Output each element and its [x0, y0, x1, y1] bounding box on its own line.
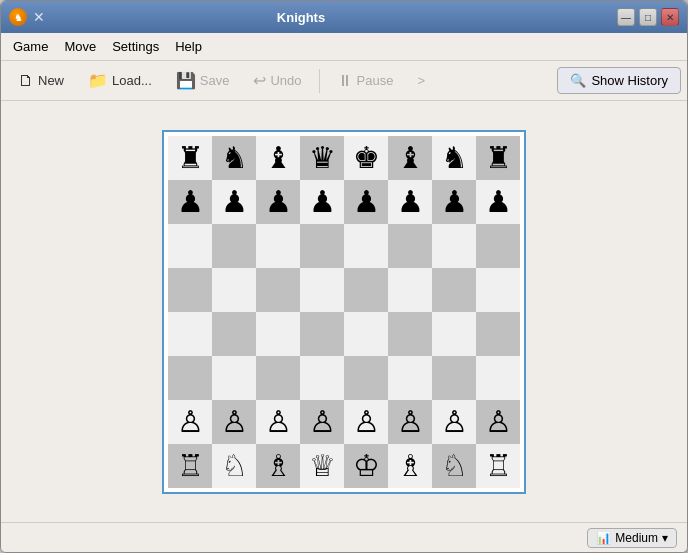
difficulty-selector[interactable]: 📊 Medium ▾: [587, 528, 677, 548]
board-cell[interactable]: [388, 224, 432, 268]
forward-icon: >: [417, 73, 425, 88]
board-cell[interactable]: [212, 224, 256, 268]
board-cell[interactable]: ♙: [256, 400, 300, 444]
board-cell[interactable]: ♜: [476, 136, 520, 180]
menu-help[interactable]: Help: [167, 36, 210, 57]
board-cell[interactable]: ♖: [168, 444, 212, 488]
board-cell[interactable]: ♙: [388, 400, 432, 444]
load-label: Load...: [112, 73, 152, 88]
save-button[interactable]: 💾 Save: [165, 66, 241, 95]
board-cell[interactable]: ♛: [300, 136, 344, 180]
main-window: ♞ ✕ Knights — □ ✕ Game Move Settings Hel…: [0, 0, 688, 553]
board-cell[interactable]: [388, 268, 432, 312]
board-cell[interactable]: [168, 268, 212, 312]
board-cell[interactable]: [256, 268, 300, 312]
show-history-label: Show History: [591, 73, 668, 88]
menu-game[interactable]: Game: [5, 36, 56, 57]
board-cell[interactable]: [476, 356, 520, 400]
board-cell[interactable]: ♙: [212, 400, 256, 444]
board-cell[interactable]: ♟: [212, 180, 256, 224]
statusbar: 📊 Medium ▾: [1, 522, 687, 552]
board-cell[interactable]: [432, 312, 476, 356]
board-cell[interactable]: [388, 312, 432, 356]
board-cell[interactable]: ♘: [432, 444, 476, 488]
board-cell[interactable]: ♙: [344, 400, 388, 444]
undo-icon: ↩: [253, 71, 266, 90]
new-icon: 🗋: [18, 72, 34, 90]
board-cell[interactable]: ♗: [388, 444, 432, 488]
load-icon: 📁: [88, 71, 108, 90]
board-cell[interactable]: [388, 356, 432, 400]
close-button[interactable]: ✕: [661, 8, 679, 26]
save-label: Save: [200, 73, 230, 88]
board-cell[interactable]: ♞: [212, 136, 256, 180]
board-cell[interactable]: [256, 312, 300, 356]
difficulty-icon: 📊: [596, 531, 611, 545]
menubar: Game Move Settings Help: [1, 33, 687, 61]
board-cell[interactable]: ♞: [432, 136, 476, 180]
board-cell[interactable]: [300, 268, 344, 312]
board-cell[interactable]: ♙: [300, 400, 344, 444]
board-cell[interactable]: ♔: [344, 444, 388, 488]
new-label: New: [38, 73, 64, 88]
board-cell[interactable]: [168, 356, 212, 400]
menu-settings[interactable]: Settings: [104, 36, 167, 57]
minimize-button[interactable]: —: [617, 8, 635, 26]
board-cell[interactable]: [344, 312, 388, 356]
board-cell[interactable]: ♟: [344, 180, 388, 224]
board-cell[interactable]: ♟: [300, 180, 344, 224]
pause-label: Pause: [357, 73, 394, 88]
board-cell[interactable]: ♟: [388, 180, 432, 224]
board-container: ♜♞♝♛♚♝♞♜♟♟♟♟♟♟♟♟♙♙♙♙♙♙♙♙♖♘♗♕♔♗♘♖: [162, 130, 526, 494]
board-cell[interactable]: ♘: [212, 444, 256, 488]
board-cell[interactable]: ♗: [256, 444, 300, 488]
board-cell[interactable]: [432, 224, 476, 268]
board-cell[interactable]: [256, 224, 300, 268]
board-cell[interactable]: [476, 224, 520, 268]
board-cell[interactable]: [476, 268, 520, 312]
board-cell[interactable]: [212, 268, 256, 312]
board-cell[interactable]: [476, 312, 520, 356]
content-area: ♜♞♝♛♚♝♞♜♟♟♟♟♟♟♟♟♙♙♙♙♙♙♙♙♖♘♗♕♔♗♘♖: [1, 101, 687, 522]
undo-label: Undo: [270, 73, 301, 88]
pause-icon: ⏸: [337, 72, 353, 90]
new-button[interactable]: 🗋 New: [7, 67, 75, 95]
board-cell[interactable]: [344, 224, 388, 268]
board-cell[interactable]: ♝: [256, 136, 300, 180]
search-icon: 🔍: [570, 73, 586, 88]
board-cell[interactable]: ♚: [344, 136, 388, 180]
show-history-button[interactable]: 🔍 Show History: [557, 67, 681, 94]
board-cell[interactable]: [344, 356, 388, 400]
board-cell[interactable]: ♙: [476, 400, 520, 444]
board-cell[interactable]: ♖: [476, 444, 520, 488]
board-cell[interactable]: [344, 268, 388, 312]
board-cell[interactable]: ♙: [168, 400, 212, 444]
board-cell[interactable]: [300, 312, 344, 356]
separator-1: [319, 69, 320, 93]
forward-button[interactable]: >: [406, 68, 436, 93]
board-cell[interactable]: [300, 356, 344, 400]
board-cell[interactable]: ♙: [432, 400, 476, 444]
board-cell[interactable]: ♟: [432, 180, 476, 224]
board-cell[interactable]: [432, 268, 476, 312]
toolbar: 🗋 New 📁 Load... 💾 Save ↩ Undo ⏸ Pause > …: [1, 61, 687, 101]
board-cell[interactable]: [168, 312, 212, 356]
window-controls: — □ ✕: [617, 8, 679, 26]
board-cell[interactable]: [432, 356, 476, 400]
board-cell[interactable]: ♟: [168, 180, 212, 224]
pause-button[interactable]: ⏸ Pause: [326, 67, 405, 95]
board-cell[interactable]: [212, 312, 256, 356]
board-cell[interactable]: ♝: [388, 136, 432, 180]
board-cell[interactable]: ♜: [168, 136, 212, 180]
maximize-button[interactable]: □: [639, 8, 657, 26]
board-cell[interactable]: ♟: [476, 180, 520, 224]
board-cell[interactable]: [256, 356, 300, 400]
load-button[interactable]: 📁 Load...: [77, 66, 163, 95]
board-cell[interactable]: ♕: [300, 444, 344, 488]
menu-move[interactable]: Move: [56, 36, 104, 57]
board-cell[interactable]: [300, 224, 344, 268]
undo-button[interactable]: ↩ Undo: [242, 66, 312, 95]
board-cell[interactable]: [168, 224, 212, 268]
board-cell[interactable]: ♟: [256, 180, 300, 224]
board-cell[interactable]: [212, 356, 256, 400]
